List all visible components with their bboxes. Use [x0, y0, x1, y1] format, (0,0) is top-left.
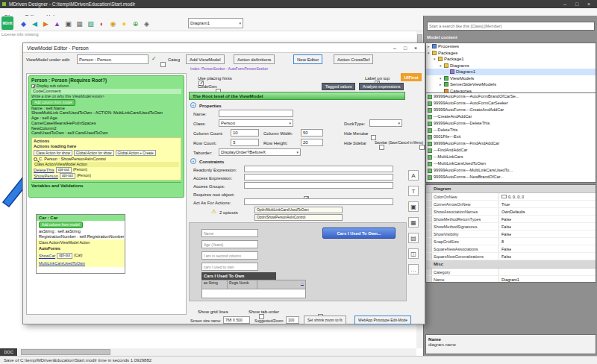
viewmodel-list-item[interactable]: 99999AutoForms---CreateAndAddCar: [426, 107, 596, 113]
add-tool-icon[interactable]: ⊕: [130, 18, 141, 29]
gem-tool-icon[interactable]: ◈: [141, 18, 152, 29]
pointer-up-icon[interactable]: ▲: [51, 18, 63, 29]
code-comment-row[interactable]: CodeComment: [31, 89, 181, 94]
column-width-input[interactable]: 50: [301, 129, 323, 136]
tree-item-processes[interactable]: ▸Processes: [426, 43, 596, 50]
close-icon[interactable]: ×: [584, 0, 594, 8]
form-preview-surface[interactable]: Name Age (Years) I am in second column c…: [189, 222, 407, 301]
add-column-button[interactable]: Add column from model: [31, 99, 75, 106]
cars-owned-preview-button[interactable]: Cars I Used To Own...: [322, 228, 396, 239]
viewmodel-list-item[interactable]: 99999AutoForms---NewBrandOfCar...: [426, 174, 596, 181]
color-wheel-icon[interactable]: ◉: [107, 18, 119, 29]
camera-icon[interactable]: ▧: [85, 18, 96, 29]
row-count-input[interactable]: 3: [231, 139, 259, 146]
optin-multilink-button[interactable]: OptIn/MultiLinkCarsIUsedToOwn: [254, 207, 343, 213]
tree-item-packages[interactable]: ▾Packages: [426, 50, 596, 57]
global-action-create-button[interactable]: Global Action + Create: [116, 150, 156, 156]
ducktype-select[interactable]: ▾: [369, 119, 402, 127]
viewmodel-list-item[interactable]: ---CreateAndAddCar: [426, 113, 596, 120]
more-tools-icon[interactable]: …: [408, 264, 419, 274]
act-as-input[interactable]: [244, 198, 393, 205]
viewmodel-list-item[interactable]: 99999AutoForms---MultiLinkCarsUsedTo...: [426, 167, 596, 174]
preview-field[interactable]: Name: [201, 229, 258, 237]
suggested-zoom-value[interactable]: 100: [286, 316, 299, 324]
maximize-icon[interactable]: □: [572, 0, 582, 8]
tree-item-viewmodels[interactable]: ▾ViewModels: [426, 75, 596, 82]
show-person-as-control-row[interactable]: C. Person : ShowPersonAsInControl: [39, 157, 106, 162]
webapp-prototype-button[interactable]: WebApp Prototype Edit-Mode: [354, 316, 411, 324]
global-action-for-show-button[interactable]: Global Action for show: [74, 150, 114, 156]
canvas-horizontal-scrollbar[interactable]: [18, 348, 416, 356]
column-row[interactable]: Age : self.Age: [31, 116, 181, 121]
image-tool-icon[interactable]: ▣: [408, 201, 419, 212]
multilink-action-link[interactable]: MultiLinkCarsUsedToOwn: [39, 261, 85, 266]
under-edit-input[interactable]: Person : Person: [77, 54, 149, 64]
preview-field[interactable]: cars I used to own: [201, 263, 258, 271]
property-row[interactable]: Category: [426, 269, 596, 276]
viewmodel-list-item[interactable]: 99999AutoForms---FindAndAddCar: [426, 140, 596, 147]
tree-item-diagrams[interactable]: ▾Diagrams: [426, 63, 596, 69]
select-tool-icon[interactable]: ◆: [18, 18, 29, 29]
tree-item-categories[interactable]: Categories: [426, 88, 596, 94]
tree-item-package1[interactable]: ▾Package1: [426, 56, 596, 63]
class-action-for-show-button[interactable]: Class Action for show: [34, 150, 72, 156]
analyze-expressions-button[interactable]: Analyze expressions: [359, 83, 404, 90]
car-column-row[interactable]: RegistrationNumber : self.RegistrationNu…: [37, 234, 125, 239]
column-row[interactable]: CarsIUsedToOwn : self.CarsIUsedToOwn: [31, 131, 181, 136]
opt-out-chip[interactable]: opt-out: [57, 253, 72, 259]
list-control-icon[interactable]: ▤: [408, 233, 419, 243]
doc-tab[interactable]: DOC: [0, 348, 17, 356]
viewmodel-list-item[interactable]: 0001File---Exit: [426, 134, 596, 140]
collapse-section-icon[interactable]: ▾: [190, 102, 196, 108]
preview-field[interactable]: Age (Years): [201, 240, 258, 248]
opt-out-chip[interactable]: opt-out: [56, 167, 72, 173]
collapse-section-icon[interactable]: ▾: [190, 158, 196, 164]
tagged-values-button[interactable]: Tagged values: [322, 83, 355, 90]
viewmodel-list-item[interactable]: ---MultiLinkCarsUsedToOwn: [426, 160, 596, 167]
editor-minimize-icon[interactable]: –: [390, 43, 399, 53]
name-input[interactable]: [219, 110, 293, 117]
column-count-input[interactable]: 10: [231, 129, 259, 136]
row-height-input[interactable]: 20: [301, 139, 323, 146]
preview-field[interactable]: I am in second column: [201, 251, 258, 260]
property-row[interactable]: SquareNewAssociationsFalse: [426, 245, 596, 253]
opt-out-chip[interactable]: opt-out: [60, 173, 75, 179]
viewmodel-list-item[interactable]: ---FindAndAddCar: [426, 147, 596, 154]
mdrift-button[interactable]: MDrift: [1, 16, 13, 30]
panel-control-icon[interactable]: ◫: [408, 248, 419, 259]
taborder-select[interactable]: DisplayOrder?BeforeX ▾: [219, 148, 301, 156]
class-tool-icon[interactable]: ▣: [63, 18, 74, 29]
grid-control-icon[interactable]: ▦: [408, 217, 419, 228]
viewmodel-list-item[interactable]: 99999AutoForms---DeleteThis: [426, 120, 596, 127]
property-row[interactable]: ShowMethodReturnTypesFalse: [426, 216, 596, 223]
column-row[interactable]: Name : self.Name: [31, 106, 181, 111]
screen-size-value[interactable]: 768 X 500: [223, 316, 250, 324]
property-row[interactable]: ShowAssociationNamesOwnDefaults: [426, 208, 596, 216]
viewmodel-list-item[interactable]: 99999AutoForms---AutoFormBrandOfCarSe...: [426, 93, 596, 100]
add-viewmodel-button[interactable]: Add ViewModel: [186, 54, 225, 64]
column-row[interactable]: NewColumn2: [31, 126, 181, 131]
label-tool-icon[interactable]: A: [408, 170, 419, 181]
show-person-action-link[interactable]: ShowPerson: [34, 173, 58, 179]
hide-menubar-checkbox[interactable]: [371, 135, 376, 140]
property-row[interactable]: ShowVisibilityFalse: [426, 230, 596, 238]
grid-tool-icon[interactable]: ▦: [74, 18, 85, 29]
text-tool-icon[interactable]: T: [408, 186, 419, 196]
column-row[interactable]: CamelCaseMeansIHePutInSpaces: [31, 121, 181, 126]
person-viewmodel-box[interactable]: Person : Person (Requires Root?) Display…: [28, 75, 184, 198]
viewmodel-list-item[interactable]: ---MultiLinkCars: [426, 154, 596, 160]
access-expression-input[interactable]: [244, 174, 393, 181]
car-column-row[interactable]: asString : self.asString: [37, 229, 125, 234]
property-row[interactable]: SquareNewGeneralizationsFalse: [426, 253, 596, 260]
access-groups-input[interactable]: [244, 182, 393, 189]
diagram-select[interactable]: Diagram1 ▾: [188, 18, 243, 28]
property-row[interactable]: ColorOnNew0, 0, 0, 0: [426, 193, 596, 201]
delete-this-action-link[interactable]: DeleteThis: [34, 167, 54, 173]
property-row[interactable]: ShowMethodSignaturesFalse: [426, 223, 596, 230]
uifirst-badge[interactable]: UIFirst: [401, 73, 422, 81]
redo-icon[interactable]: ▶: [40, 18, 51, 29]
shrink-zoom-button[interactable]: Set shrink zoom to fit: [304, 316, 346, 324]
viewmodel-list-item[interactable]: ---DeleteThis: [426, 127, 596, 134]
action-definitions-button[interactable]: Action definitions: [234, 54, 275, 64]
new-editor-button[interactable]: New Editor: [293, 54, 322, 64]
